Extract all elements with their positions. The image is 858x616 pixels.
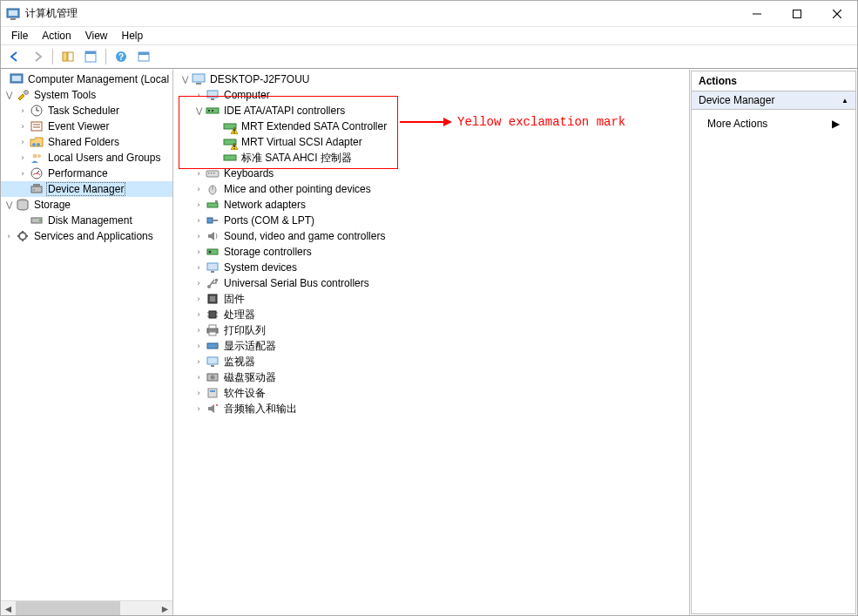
device-disk-drives[interactable]: › 磁盘驱动器: [173, 369, 689, 385]
expander-icon[interactable]: ›: [193, 214, 205, 227]
device-network[interactable]: › Network adapters: [173, 197, 689, 213]
tree-local-users[interactable]: › Local Users and Groups: [1, 150, 172, 166]
cpu-icon: [206, 308, 220, 322]
minimize-button[interactable]: [737, 1, 777, 27]
device-ide[interactable]: ⋁ IDE ATA/ATAPI controllers: [173, 103, 689, 118]
firmware-icon: [206, 292, 220, 306]
svg-rect-54: [208, 173, 210, 174]
expander-icon[interactable]: ›: [193, 89, 205, 101]
svg-rect-61: [207, 218, 213, 223]
expander-icon[interactable]: ›: [17, 120, 29, 132]
sound-icon: [206, 229, 220, 243]
device-monitors[interactable]: › 监视器: [173, 354, 689, 369]
more-actions-item[interactable]: More Actions ▶: [692, 115, 855, 132]
device-mrt-scsi[interactable]: › MRT Virtual SCSI Adapter: [173, 134, 689, 150]
refresh-button[interactable]: [133, 47, 154, 66]
svg-rect-40: [211, 98, 214, 100]
expander-icon[interactable]: ›: [193, 167, 205, 179]
audio-io-icon: [206, 402, 220, 416]
expander-icon[interactable]: ›: [193, 371, 205, 383]
tree-storage[interactable]: ⋁ Storage: [1, 197, 172, 213]
device-manager-icon: [30, 182, 44, 196]
collapse-arrow-icon[interactable]: ▲: [841, 97, 848, 105]
expander-icon[interactable]: ›: [193, 387, 205, 399]
tree-shared-folders[interactable]: › Shared Folders: [1, 134, 172, 150]
expander-icon[interactable]: ›: [3, 230, 15, 242]
app-icon: [6, 7, 20, 21]
show-hide-tree-button[interactable]: [57, 47, 78, 66]
device-mrt-sata[interactable]: › MRT Extended SATA Controller: [173, 118, 689, 134]
device-audio-io[interactable]: › 音频输入和输出: [173, 401, 689, 416]
expander-icon[interactable]: ›: [193, 277, 205, 289]
device-display[interactable]: › 显示适配器: [173, 338, 689, 354]
tree-system-tools[interactable]: ⋁ System Tools: [1, 87, 172, 103]
expander-icon[interactable]: ›: [193, 403, 205, 415]
device-system[interactable]: › System devices: [173, 260, 689, 275]
forward-button[interactable]: [27, 47, 48, 66]
event-icon: [30, 119, 44, 133]
tree-device-manager[interactable]: › Device Manager: [1, 181, 172, 197]
device-storage-ctrl[interactable]: › Storage controllers: [173, 244, 689, 260]
expander-icon[interactable]: ›: [193, 230, 205, 242]
device-std-ahci[interactable]: › 标准 SATA AHCI 控制器: [173, 150, 689, 166]
device-firmware[interactable]: › 固件: [173, 291, 689, 307]
tree-event-viewer[interactable]: › Event Viewer: [1, 118, 172, 134]
expander-icon[interactable]: ›: [17, 136, 29, 148]
help-button[interactable]: ?: [111, 47, 132, 66]
expander-icon[interactable]: ⋁: [3, 199, 15, 211]
expander-icon[interactable]: ⋁: [193, 105, 205, 117]
maximize-button[interactable]: [777, 1, 817, 27]
svg-rect-84: [208, 389, 217, 397]
expander-icon[interactable]: ⋁: [3, 89, 15, 101]
tree-task-scheduler[interactable]: › Task Scheduler: [1, 103, 172, 118]
tree-disk-management[interactable]: › Disk Management: [1, 213, 172, 228]
main-area: ▶ Computer Management (Local ⋁ System To…: [1, 69, 857, 615]
device-processors[interactable]: › 处理器: [173, 307, 689, 322]
device-root[interactable]: ⋁ DESKTOP-J2F7OUU: [173, 71, 689, 87]
expander-icon[interactable]: ›: [193, 261, 205, 274]
users-icon: [30, 151, 44, 165]
svg-rect-85: [210, 390, 215, 392]
device-mice[interactable]: › Mice and other pointing devices: [173, 181, 689, 197]
expander-icon[interactable]: ›: [17, 167, 29, 179]
device-software[interactable]: › 软件设备: [173, 385, 689, 401]
svg-rect-2: [10, 18, 16, 20]
tree-services-apps[interactable]: › Services and Applications: [1, 228, 172, 244]
expander-icon[interactable]: ⋁: [179, 73, 191, 85]
actions-section[interactable]: Device Manager ▲: [692, 91, 855, 110]
expander-icon[interactable]: ›: [193, 293, 205, 305]
actions-section-label: Device Manager: [699, 94, 774, 106]
device-print-queues[interactable]: › 打印队列: [173, 322, 689, 338]
tree-root[interactable]: ▶ Computer Management (Local: [1, 71, 172, 87]
device-sound[interactable]: › Sound, video and game controllers: [173, 228, 689, 244]
expander-icon[interactable]: ›: [193, 308, 205, 321]
device-usb[interactable]: › Universal Serial Bus controllers: [173, 275, 689, 291]
expander-icon[interactable]: ›: [193, 355, 205, 368]
expander-icon[interactable]: ›: [193, 340, 205, 352]
expander-icon[interactable]: ›: [193, 246, 205, 258]
actions-list: More Actions ▶: [692, 110, 855, 138]
back-button[interactable]: [4, 47, 25, 66]
expander-icon[interactable]: ›: [193, 324, 205, 336]
menu-view[interactable]: View: [78, 28, 115, 44]
svg-rect-10: [85, 51, 96, 54]
device-computer[interactable]: › Computer: [173, 87, 689, 103]
close-button[interactable]: [817, 1, 857, 27]
expander-icon[interactable]: ›: [17, 105, 29, 117]
left-hscrollbar[interactable]: ◄ ►: [1, 600, 172, 615]
menu-help[interactable]: Help: [115, 28, 151, 44]
properties-button[interactable]: [80, 47, 101, 66]
services-icon: [16, 229, 30, 243]
expander-icon[interactable]: ›: [17, 152, 29, 164]
device-tree[interactable]: ⋁ DESKTOP-J2F7OUU › Computer ⋁ IDE ATA/A…: [173, 70, 689, 418]
device-keyboards[interactable]: › Keyboards: [173, 166, 689, 181]
menu-action[interactable]: Action: [35, 28, 78, 44]
expander-icon[interactable]: ›: [193, 183, 205, 195]
device-ports[interactable]: › Ports (COM & LPT): [173, 213, 689, 228]
menu-file[interactable]: File: [4, 28, 35, 44]
svg-rect-77: [209, 332, 216, 335]
svg-point-17: [24, 91, 29, 95]
expander-icon[interactable]: ›: [193, 199, 205, 211]
management-tree[interactable]: ▶ Computer Management (Local ⋁ System To…: [1, 70, 172, 600]
tree-performance[interactable]: › Performance: [1, 166, 172, 181]
